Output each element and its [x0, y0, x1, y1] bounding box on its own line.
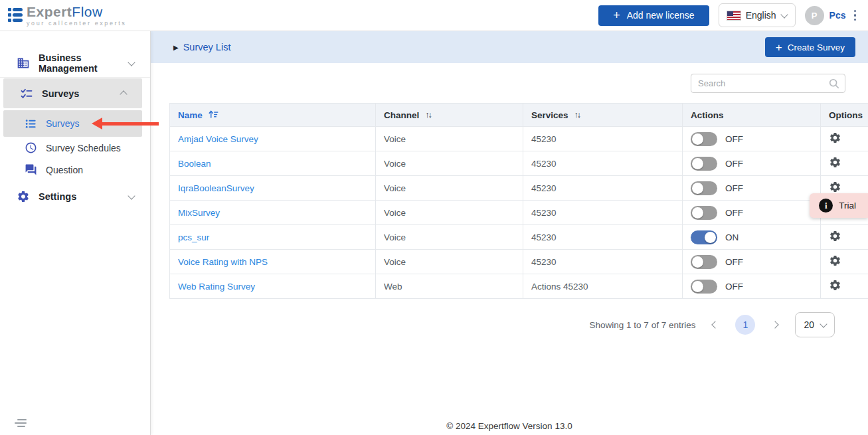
services-cell: 45230 [523, 127, 683, 151]
channel-cell: Voice [376, 151, 523, 176]
search-box [691, 74, 845, 93]
row-options-gear-icon[interactable] [829, 131, 841, 144]
brand-tagline: your callcenter experts [27, 20, 126, 27]
toggle-state-label: OFF [725, 159, 743, 169]
page-size-select[interactable]: 20 [795, 312, 835, 337]
language-selected: English [746, 10, 776, 21]
services-cell: 45230 [523, 201, 683, 225]
table-row: Boolean Voice 45230 OFF [170, 151, 868, 176]
checklist-icon [19, 87, 34, 100]
info-icon: i [819, 199, 833, 213]
table-row: IqraBooleanSurvey Voice 45230 OFF [170, 176, 868, 201]
add-new-license-button[interactable]: + Add new license [598, 5, 709, 26]
services-cell: 45230 [523, 225, 683, 250]
create-survey-button[interactable]: + Create Survey [765, 37, 855, 57]
chevron-down-icon [128, 58, 135, 66]
clock-icon [23, 141, 38, 154]
sidebar-item-surveys-group[interactable]: Surveys [3, 78, 142, 108]
column-header-options: Options [821, 104, 868, 127]
row-options-gear-icon[interactable] [829, 230, 841, 242]
table-row: Voice Rating with NPS Voice 45230 OFF [170, 250, 868, 274]
list-icon [23, 118, 38, 130]
annotation-arrow-icon [102, 122, 159, 126]
survey-name-link[interactable]: IqraBooleanSurvey [178, 183, 254, 193]
toggle-state-label: ON [725, 232, 738, 242]
column-header-actions: Actions [683, 104, 821, 127]
plus-icon: + [613, 9, 620, 21]
chevron-down-icon [780, 11, 788, 18]
survey-name-link[interactable]: Voice Rating with NPS [178, 257, 268, 267]
footer-copyright: © 2024 Expertflow Version 13.0 [151, 421, 868, 431]
row-options-gear-icon[interactable] [829, 254, 841, 267]
sort-asc-icon [209, 110, 218, 121]
channel-cell: Voice [376, 201, 523, 225]
survey-toggle[interactable] [691, 230, 717, 244]
sort-both-icon: ↑↓ [425, 110, 431, 120]
survey-name-link[interactable]: MixSurvey [178, 208, 220, 218]
expertflow-logo: ExpertFlow your callcenter experts [8, 5, 126, 27]
survey-name-link[interactable]: pcs_sur [178, 232, 209, 242]
main-content: ▶ Survey List + Create Survey Name [151, 31, 868, 435]
brand-name: ExpertFlow [27, 5, 126, 19]
expertflow-logo-icon [8, 5, 23, 22]
survey-toggle[interactable] [691, 181, 717, 195]
sidebar-item-settings[interactable]: Settings [0, 183, 150, 210]
kebab-menu-icon[interactable] [851, 7, 859, 24]
sidebar-item-business-management[interactable]: Business Management [0, 50, 150, 76]
breadcrumb-marker-icon: ▶ [173, 44, 179, 51]
pagination: Showing 1 to 7 of 7 entries 1 20 [151, 312, 835, 337]
plus-icon: + [776, 42, 782, 53]
table-row: pcs_sur Voice 45230 ON [170, 225, 868, 250]
survey-table: Name Channel↑↓ Services↑↓ Actions [169, 103, 868, 299]
language-selector[interactable]: English [719, 3, 796, 27]
trial-badge[interactable]: i Trial [810, 193, 868, 218]
channel-cell: Voice [376, 250, 523, 274]
sidebar-item-question[interactable]: Question [0, 159, 150, 181]
toggle-state-label: OFF [725, 257, 743, 267]
avatar[interactable]: P [805, 6, 824, 25]
app-header: ExpertFlow your callcenter experts + Add… [0, 0, 868, 31]
table-row: MixSurvey Voice 45230 OFF [170, 201, 868, 225]
pagination-summary: Showing 1 to 7 of 7 entries [590, 320, 696, 330]
services-cell: 45230 [523, 176, 683, 201]
prev-page-button[interactable] [710, 319, 721, 330]
column-header-channel[interactable]: Channel↑↓ [376, 104, 523, 127]
services-cell: 45230 [523, 151, 683, 176]
toggle-state-label: OFF [725, 208, 743, 218]
sidebar-item-survey-schedules[interactable]: Survey Schedules [0, 137, 150, 159]
services-cell: Actions 45230 [523, 274, 683, 299]
table-header-row: Name Channel↑↓ Services↑↓ Actions [170, 104, 868, 127]
survey-table-body: Amjad Voice Survey Voice 45230 OFF Boole… [170, 127, 868, 299]
next-page-button[interactable] [770, 319, 780, 330]
column-header-name[interactable]: Name [170, 104, 376, 127]
survey-name-link[interactable]: Boolean [178, 159, 211, 169]
survey-toggle[interactable] [691, 206, 717, 220]
survey-toggle[interactable] [691, 157, 717, 171]
page-number-button[interactable]: 1 [735, 315, 755, 335]
survey-name-link[interactable]: Web Rating Survey [178, 282, 255, 292]
survey-toggle[interactable] [691, 255, 717, 269]
toggle-state-label: OFF [725, 282, 743, 292]
row-options-gear-icon[interactable] [829, 181, 841, 193]
survey-toggle[interactable] [691, 280, 717, 294]
gear-icon [16, 190, 31, 203]
table-row: Amjad Voice Survey Voice 45230 OFF [170, 127, 868, 151]
survey-toggle[interactable] [691, 132, 717, 146]
row-options-gear-icon[interactable] [829, 279, 841, 292]
user-name: Pcs [829, 10, 846, 21]
column-header-services[interactable]: Services↑↓ [523, 104, 683, 127]
services-cell: 45230 [523, 250, 683, 274]
survey-name-link[interactable]: Amjad Voice Survey [178, 134, 258, 144]
search-input[interactable] [691, 74, 845, 92]
search-icon [828, 78, 840, 92]
channel-cell: Voice [376, 225, 523, 250]
row-options-gear-icon[interactable] [829, 156, 841, 169]
breadcrumb[interactable]: ▶ Survey List [173, 42, 230, 52]
collapse-sidebar-icon[interactable] [12, 416, 29, 430]
us-flag-icon [727, 11, 740, 20]
channel-cell: Voice [376, 127, 523, 151]
channel-cell: Web [376, 274, 523, 299]
channel-cell: Voice [376, 176, 523, 201]
chevron-up-icon [120, 90, 127, 98]
app-root: ExpertFlow your callcenter experts + Add… [0, 0, 868, 435]
